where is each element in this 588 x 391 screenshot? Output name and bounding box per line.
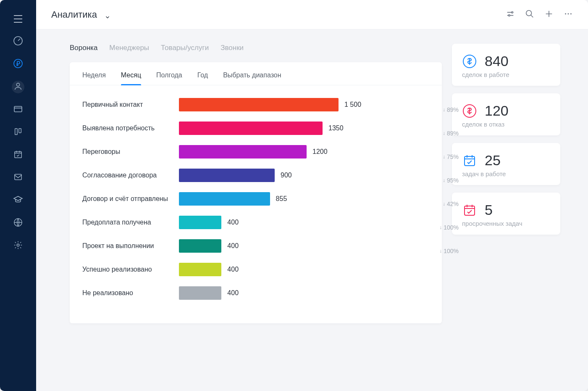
sidebar-item-kanban[interactable]	[12, 126, 24, 139]
gauge-icon	[13, 36, 23, 48]
svg-point-11	[508, 14, 510, 16]
svg-rect-19	[465, 206, 475, 215]
calendar-check-icon	[462, 153, 477, 168]
section-tab-2[interactable]: Товары/услуги	[161, 44, 209, 52]
sliders-icon	[506, 9, 515, 20]
funnel-drop-rate: ↓ 42%	[443, 201, 459, 207]
funnel-row: Договор и счёт отправлены855↓ 42%	[82, 191, 429, 206]
graduation-icon	[13, 195, 23, 206]
page-title-dropdown[interactable]: Аналитика	[51, 9, 110, 20]
funnel-stage-label: Проект на выполнении	[82, 242, 179, 250]
funnel-bar-zone: 400	[179, 286, 429, 300]
stat-value: 5	[485, 202, 493, 218]
funnel-row: Согласование договора900↓ 95%	[82, 168, 429, 183]
funnel-bar-zone: 855↓ 42%	[179, 192, 429, 206]
sidebar-item-calendar[interactable]	[12, 149, 24, 161]
funnel-stage-label: Первичный контакт	[82, 101, 179, 108]
svg-point-10	[512, 11, 513, 13]
mail-icon	[13, 172, 23, 183]
filter-button[interactable]	[506, 10, 515, 19]
funnel-row: Не реализовано400	[82, 285, 429, 301]
stat-value: 120	[485, 103, 509, 119]
svg-point-1	[14, 59, 22, 68]
funnel-bar-value: 400	[227, 242, 239, 250]
arrow-down-icon: ↓	[439, 225, 442, 230]
funnel-stage-label: Не реализовано	[82, 289, 179, 297]
funnel-bar	[179, 263, 221, 276]
svg-rect-5	[19, 129, 21, 133]
funnel-row: Проект на выполнении400↓ 100%	[82, 238, 429, 254]
funnel-bar-value: 400	[227, 289, 239, 297]
search-button[interactable]	[525, 10, 534, 19]
svg-rect-6	[15, 152, 22, 158]
top-bar: Аналитика	[36, 0, 588, 29]
period-tab-0[interactable]: Неделя	[82, 71, 106, 85]
funnel-bar-zone: 1200↓ 75%	[179, 145, 429, 159]
funnel-stage-label: Выявлена потребность	[82, 124, 179, 132]
stats-column: 840сделок в работе120сделок в отказ25зад…	[452, 44, 560, 374]
arrow-down-icon: ↓	[443, 130, 445, 136]
sidebar-item-wallet[interactable]	[12, 103, 24, 116]
period-tab-1[interactable]: Месяц	[121, 71, 141, 85]
funnel-bar	[179, 98, 339, 111]
stat-card-0[interactable]: 840сделок в работе	[452, 44, 560, 86]
svg-point-2	[16, 83, 19, 86]
funnel-drop-rate: ↓ 89%	[443, 130, 459, 137]
funnel-row: Первичный контакт1 500↓ 89%	[82, 97, 429, 112]
funnel-bar-zone: 1 500↓ 89%	[179, 98, 429, 111]
funnel-bar	[179, 145, 307, 159]
svg-rect-18	[465, 156, 475, 166]
funnel-drop-rate: ↓ 95%	[443, 177, 459, 184]
funnel-bar	[179, 192, 270, 206]
calendar-icon	[13, 150, 23, 161]
sidebar-item-contacts[interactable]	[12, 81, 24, 93]
funnel-bar-zone: 400	[179, 263, 429, 276]
funnel-stage-label: Успешно реализовано	[82, 266, 179, 273]
svg-rect-4	[15, 129, 18, 135]
funnel-stage-label: Договор и счёт отправлены	[82, 195, 179, 203]
wallet-icon	[13, 104, 23, 116]
chevron-down-icon	[105, 12, 110, 18]
dollar-icon	[462, 103, 477, 119]
person-icon	[13, 82, 23, 92]
section-tab-1[interactable]: Менеджеры	[109, 44, 149, 52]
calendar-check-icon	[462, 203, 477, 218]
funnel-chart: Первичный контакт1 500↓ 89%Выявлена потр…	[70, 85, 442, 301]
sidebar-item-finance[interactable]	[12, 58, 24, 71]
section-tab-3[interactable]: Звонки	[220, 44, 244, 52]
menu-toggle[interactable]	[12, 13, 24, 25]
sidebar-item-dashboard[interactable]	[12, 35, 24, 48]
plus-icon	[544, 9, 554, 20]
section-tab-0[interactable]: Воронка	[70, 44, 97, 52]
period-tab-2[interactable]: Полгода	[156, 71, 182, 85]
period-tab-3[interactable]: Год	[197, 71, 208, 85]
more-button[interactable]	[564, 10, 573, 19]
dots-icon	[564, 9, 573, 20]
funnel-bar-value: 855	[276, 195, 287, 203]
content-area: ВоронкаМенеджерыТовары/услугиЗвонки Неде…	[36, 29, 588, 391]
app-window: Аналитика ВоронкаМенеджерыТовары/услуг	[0, 0, 588, 391]
sidebar-item-settings[interactable]	[12, 240, 24, 252]
funnel-row: Выявлена потребность1350↓ 89%	[82, 121, 429, 136]
sidebar-item-mail[interactable]	[12, 172, 24, 184]
period-tabs: НеделяМесяцПолгодаГодВыбрать диапазон	[70, 62, 442, 85]
period-tab-4[interactable]: Выбрать диапазон	[223, 71, 281, 85]
stat-label: сделок в работе	[462, 71, 550, 78]
sidebar-item-learn[interactable]	[12, 194, 24, 207]
stat-card-3[interactable]: 5просроченных задач	[452, 193, 560, 235]
sidebar-item-globe[interactable]	[12, 217, 24, 230]
funnel-row: Успешно реализовано400	[82, 262, 429, 277]
stat-card-2[interactable]: 25задач в работе	[452, 143, 560, 185]
svg-rect-3	[14, 106, 22, 112]
svg-point-14	[568, 13, 569, 14]
arrow-down-icon: ↓	[443, 177, 445, 183]
add-button[interactable]	[544, 10, 554, 19]
funnel-row: Предоплата получена400↓ 100%	[82, 215, 429, 230]
funnel-bar-value: 1200	[312, 148, 328, 156]
funnel-card: НеделяМесяцПолгодаГодВыбрать диапазон Пе…	[70, 62, 442, 323]
main-area: Аналитика ВоронкаМенеджерыТовары/услуг	[36, 0, 588, 391]
stat-card-1[interactable]: 120сделок в отказ	[452, 93, 560, 135]
stat-value: 840	[485, 53, 509, 69]
svg-point-12	[526, 10, 532, 16]
funnel-row: Переговоры1200↓ 75%	[82, 144, 429, 159]
